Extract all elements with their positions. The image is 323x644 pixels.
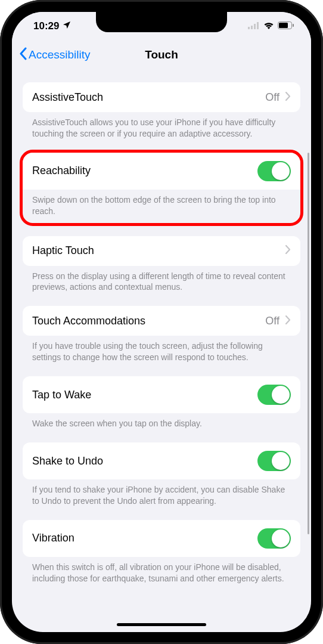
back-button[interactable]: Accessibility [19,47,90,63]
nav-bar: Accessibility Touch [12,41,311,69]
haptic-touch-footer: Press on the display using a different l… [23,266,300,306]
shake-to-undo-row[interactable]: Shake to Undo [23,442,300,479]
cellular-icon [248,20,260,32]
vibration-toggle[interactable] [257,528,291,549]
svg-rect-2 [254,24,256,29]
page-title: Touch [145,48,178,61]
status-time: 10:29 [33,20,59,32]
chevron-right-icon [285,92,291,103]
touch-accommodations-footer: If you have trouble using the touch scre… [23,336,300,376]
row-title: Vibration [32,532,74,544]
back-label: Accessibility [29,48,90,61]
haptic-touch-row[interactable]: Haptic Touch [23,236,300,266]
shake-to-undo-footer: If you tend to shake your iPhone by acci… [23,479,300,520]
row-title: Haptic Touch [32,244,94,257]
shake-to-undo-toggle[interactable] [257,451,291,471]
wifi-icon [263,20,274,32]
row-title: Reachability [32,165,91,177]
touch-accommodations-row[interactable]: Touch Accommodations Off [23,306,300,336]
chevron-left-icon [19,47,27,63]
svg-rect-5 [279,23,288,28]
row-title: Tap to Wake [32,389,91,401]
notch [96,12,227,32]
row-value: Off [265,91,279,104]
screen: 10:29 [12,12,311,632]
svg-rect-3 [257,22,259,29]
chevron-right-icon [285,315,291,327]
battery-icon [278,20,294,32]
assistivetouch-footer: AssistiveTouch allows you to use your iP… [23,112,300,153]
reachability-highlight: Reachability Swipe down on the bottom ed… [20,150,303,226]
row-title: Touch Accommodations [32,315,145,327]
chevron-right-icon [285,245,291,256]
scroll-indicator [308,153,309,534]
assistivetouch-row[interactable]: AssistiveTouch Off [23,82,300,112]
svg-rect-6 [293,24,294,27]
reachability-row[interactable]: Reachability [23,153,300,190]
location-icon [62,20,72,33]
phone-frame: 10:29 [0,0,323,644]
svg-rect-1 [251,26,253,29]
row-title: Shake to Undo [32,455,103,467]
vibration-footer: When this switch is off, all vibration o… [23,557,300,597]
reachability-footer: Swipe down on the bottom edge of the scr… [23,190,300,223]
settings-content[interactable]: AssistiveTouch Off AssistiveTouch allows… [12,69,311,620]
vibration-row[interactable]: Vibration [23,520,300,557]
row-title: AssistiveTouch [32,91,103,104]
reachability-toggle[interactable] [257,161,291,181]
home-indicator[interactable] [117,623,206,626]
tap-to-wake-footer: Wake the screen when you tap on the disp… [23,413,300,442]
tap-to-wake-toggle[interactable] [257,385,291,405]
svg-rect-0 [248,27,250,29]
row-value: Off [265,315,279,327]
tap-to-wake-row[interactable]: Tap to Wake [23,376,300,413]
